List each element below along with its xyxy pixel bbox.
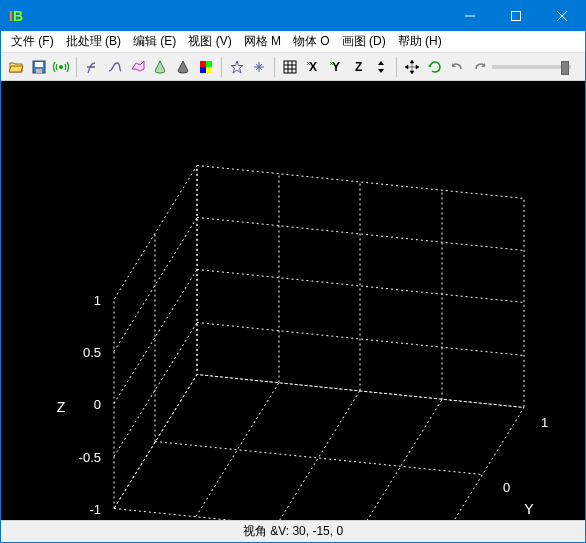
svg-rect-5 (35, 62, 43, 67)
rotate-icon[interactable] (424, 56, 446, 78)
menu-batch[interactable]: 批处理 (B) (60, 31, 127, 52)
svg-text:Z: Z (355, 60, 362, 74)
window-buttons (447, 1, 585, 31)
svg-rect-6 (36, 69, 42, 73)
y-axis-label: Y (524, 501, 534, 517)
z-tick: 0.5 (83, 345, 101, 360)
app-window: IB 文件 (F) 批处理 (B) 编辑 (E) 视图 (V) 网格 M 物体 … (0, 0, 586, 543)
menu-view[interactable]: 视图 (V) (182, 31, 237, 52)
y-axis-icon[interactable]: Y (325, 56, 347, 78)
z-axis-label: Z (57, 399, 66, 415)
menu-file[interactable]: 文件 (F) (5, 31, 60, 52)
svg-line-26 (196, 383, 279, 517)
z-tick: -1 (89, 502, 101, 517)
x-axis-icon[interactable]: X (302, 56, 324, 78)
surface-icon[interactable] (127, 56, 149, 78)
svg-text:Y: Y (332, 60, 340, 74)
app-logo: IB (9, 8, 23, 24)
zoom-slider[interactable] (492, 65, 571, 69)
separator (221, 57, 222, 77)
undo-icon[interactable] (446, 56, 468, 78)
svg-point-7 (59, 65, 63, 69)
x-tick: -1 (113, 520, 125, 521)
close-button[interactable] (539, 1, 585, 31)
separator (76, 57, 77, 77)
menu-edit[interactable]: 编辑 (E) (127, 31, 182, 52)
redo-icon[interactable] (469, 56, 491, 78)
svg-line-32 (155, 442, 482, 475)
3d-viewport[interactable]: -1 -0.5 0 0.5 1 Z -1 -0.5 0 0.5 1 X -1 0… (1, 81, 585, 520)
menu-plot[interactable]: 画图 (D) (336, 31, 392, 52)
z-tick: 1 (94, 293, 101, 308)
cone-icon[interactable] (149, 56, 171, 78)
svg-rect-1 (512, 12, 521, 21)
toolbar: X Y Z (1, 53, 585, 81)
function-icon[interactable] (81, 56, 103, 78)
z-axis-icon[interactable]: Z (347, 56, 369, 78)
save-icon[interactable] (28, 56, 50, 78)
sparkle-icon[interactable] (248, 56, 270, 78)
move-icon[interactable] (401, 56, 423, 78)
y-tick: 1 (541, 415, 548, 430)
svg-text:X: X (309, 60, 317, 74)
titlebar: IB (1, 1, 585, 31)
menu-object[interactable]: 物体 O (287, 31, 336, 52)
3d-axes-plot: -1 -0.5 0 0.5 1 Z -1 -0.5 0 0.5 1 X -1 0… (1, 81, 585, 520)
palette-icon[interactable] (195, 56, 217, 78)
menu-mesh[interactable]: 网格 M (238, 31, 287, 52)
solid-icon[interactable] (172, 56, 194, 78)
menu-help[interactable]: 帮助 (H) (392, 31, 448, 52)
z-tick: -0.5 (79, 450, 101, 465)
svg-rect-9 (206, 61, 212, 67)
separator (274, 57, 275, 77)
svg-rect-12 (284, 61, 296, 73)
svg-rect-8 (200, 61, 206, 67)
minimize-button[interactable] (447, 1, 493, 31)
y-tick: 0 (503, 480, 510, 495)
updown-icon[interactable] (370, 56, 392, 78)
grid-icon[interactable] (279, 56, 301, 78)
svg-rect-11 (206, 67, 212, 73)
open-icon[interactable] (5, 56, 27, 78)
separator (396, 57, 397, 77)
maximize-button[interactable] (493, 1, 539, 31)
statusbar: 视角 &V: 30, -15, 0 (1, 520, 585, 542)
svg-line-30 (359, 400, 442, 521)
curve-icon[interactable] (104, 56, 126, 78)
menubar: 文件 (F) 批处理 (B) 编辑 (E) 视图 (V) 网格 M 物体 O 画… (1, 31, 585, 53)
svg-rect-10 (200, 67, 206, 73)
star-icon[interactable] (226, 56, 248, 78)
z-tick: 0 (94, 397, 101, 412)
status-text: 视角 &V: 30, -15, 0 (243, 523, 343, 540)
broadcast-icon[interactable] (51, 56, 73, 78)
